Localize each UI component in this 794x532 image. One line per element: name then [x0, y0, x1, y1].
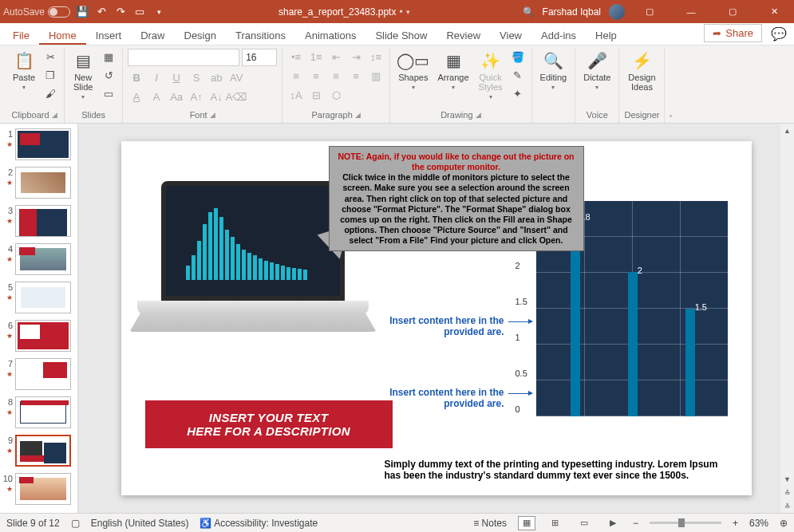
shape-fill-button[interactable]: 🪣 [509, 49, 527, 65]
columns-button[interactable]: ▥ [367, 68, 385, 84]
highlight-button[interactable]: A [148, 89, 165, 104]
cut-button[interactable]: ✂ [41, 49, 59, 65]
tab-home[interactable]: Home [39, 26, 86, 45]
minimize-button[interactable]: — [674, 0, 708, 23]
slide-sorter-view-button[interactable]: ⊞ [547, 516, 564, 530]
clear-formatting-button[interactable]: A⌫ [227, 89, 245, 104]
quick-styles-button[interactable]: ✨Quick Styles▾ [476, 49, 506, 102]
tab-slideshow[interactable]: Slide Show [365, 26, 437, 45]
reading-view-button[interactable]: ▭ [575, 516, 593, 530]
tab-design[interactable]: Design [175, 26, 226, 45]
thumbnail-3[interactable]: 3★ [2, 205, 76, 237]
comments-button[interactable]: 💬 [767, 25, 791, 42]
note-callout[interactable]: NOTE: Again, if you would like to change… [329, 146, 584, 251]
thumbnail-5[interactable]: 5★ [2, 282, 76, 313]
copy-button[interactable]: ❐ [41, 67, 59, 83]
thumbnail-4[interactable]: 4★ [2, 243, 76, 275]
fit-to-window-button[interactable]: ⊕ [780, 518, 788, 529]
char-spacing-button[interactable]: AV [227, 69, 245, 85]
thumb-preview[interactable] [15, 282, 71, 313]
new-slide-button[interactable]: ▤ New Slide ▾ [69, 49, 97, 102]
bottom-description[interactable]: Simply dummy text of the printing and ty… [385, 459, 728, 481]
ribbon-display-options-icon[interactable]: ▢ [633, 0, 666, 23]
tab-view[interactable]: View [490, 26, 531, 45]
dictate-button[interactable]: 🎤Dictate▾ [580, 49, 614, 93]
tab-draw[interactable]: Draw [131, 26, 174, 45]
justify-button[interactable]: ≡ [347, 68, 365, 84]
insert-content-2[interactable]: Insert content here in the provided are. [389, 387, 504, 409]
align-text-button[interactable]: ⊟ [307, 87, 325, 103]
zoom-out-button[interactable]: − [633, 518, 638, 529]
arrange-button[interactable]: ▦Arrange▾ [434, 49, 472, 93]
undo-icon[interactable]: ↶ [94, 5, 109, 19]
align-left-button[interactable]: ≡ [287, 68, 305, 84]
thumbnail-7[interactable]: 7★ [2, 358, 76, 390]
slide-canvas[interactable]: NOTE: Again, if you would like to change… [121, 141, 752, 495]
font-color-button[interactable]: A [128, 89, 145, 104]
close-button[interactable]: ✕ [757, 0, 791, 23]
slide-thumbnails-panel[interactable]: 1★2★3★4★5★6★7★8★9★10★ [0, 124, 78, 513]
next-slide-icon[interactable]: ≚ [780, 499, 794, 513]
increase-indent-button[interactable]: ⇥ [347, 49, 365, 65]
shape-effects-button[interactable]: ✦ [509, 85, 527, 101]
change-case-button[interactable]: Aa [168, 89, 185, 104]
dialog-launcher-icon[interactable]: ◢ [52, 111, 57, 119]
paste-button[interactable]: 📋 Paste ▾ [10, 49, 38, 93]
tab-transitions[interactable]: Transitions [226, 26, 295, 45]
underline-button[interactable]: U [168, 69, 185, 85]
reset-button[interactable]: ↺ [100, 67, 117, 83]
redo-icon[interactable]: ↷ [113, 5, 128, 19]
thumbnail-6[interactable]: 6★ [2, 320, 76, 352]
spell-check-icon[interactable]: ▢ [71, 518, 80, 529]
zoom-slider[interactable] [650, 522, 721, 524]
language-status[interactable]: English (United States) [91, 518, 189, 529]
thumb-preview[interactable] [15, 243, 71, 275]
thumb-preview[interactable] [15, 358, 71, 390]
vertical-scrollbar[interactable]: ▲ ▼ ≙ ≚ [780, 124, 794, 513]
editing-button[interactable]: 🔍Editing▾ [537, 49, 571, 93]
red-banner[interactable]: INSERT YOUR TEXT HERE FOR A DESCRIPTION [145, 400, 393, 448]
notes-button[interactable]: ≡ Notes [473, 518, 507, 529]
layout-button[interactable]: ▦ [100, 49, 117, 65]
dialog-launcher-icon[interactable]: ◢ [355, 111, 361, 119]
section-button[interactable]: ▭ [100, 85, 117, 101]
thumb-preview[interactable] [15, 128, 71, 160]
thumbnail-9[interactable]: 9★ [2, 435, 76, 467]
numbering-button[interactable]: 1≡ [307, 49, 325, 65]
maximize-button[interactable]: ▢ [716, 0, 749, 23]
dialog-launcher-icon[interactable]: ◢ [476, 111, 481, 119]
shrink-font-button[interactable]: A↓ [207, 89, 225, 104]
search-icon[interactable]: 🔍 [523, 6, 535, 18]
thumbnail-2[interactable]: 2★ [2, 167, 76, 199]
tab-help[interactable]: Help [586, 26, 626, 45]
shape-outline-button[interactable]: ✎ [509, 67, 527, 83]
prev-slide-icon[interactable]: ≙ [780, 486, 794, 499]
normal-view-button[interactable]: ▦ [518, 516, 535, 530]
autosave-toggle[interactable]: AutoSave [3, 6, 70, 18]
thumbnail-10[interactable]: 10★ [2, 473, 76, 505]
line-spacing-button[interactable]: ↕≡ [367, 49, 385, 65]
strikethrough-button[interactable]: S [188, 69, 205, 85]
scroll-down-icon[interactable]: ▼ [780, 472, 794, 486]
format-painter-button[interactable]: 🖌 [41, 85, 59, 101]
italic-button[interactable]: I [148, 69, 165, 85]
shadow-button[interactable]: ab [207, 69, 225, 85]
zoom-level[interactable]: 63% [749, 518, 768, 529]
dialog-launcher-icon[interactable]: ◢ [210, 111, 215, 119]
slide-counter[interactable]: Slide 9 of 12 [6, 518, 60, 529]
zoom-in-button[interactable]: + [733, 518, 738, 529]
save-icon[interactable]: 💾 [75, 5, 89, 19]
tab-addins[interactable]: Add-ins [531, 26, 586, 45]
align-center-button[interactable]: ≡ [307, 68, 325, 84]
shapes-button[interactable]: ◯▭Shapes▾ [395, 49, 431, 93]
tab-review[interactable]: Review [437, 26, 490, 45]
tab-insert[interactable]: Insert [86, 26, 132, 45]
font-size-combo[interactable]: 16 [242, 49, 277, 66]
grow-font-button[interactable]: A↑ [188, 89, 205, 104]
smartart-button[interactable]: ⬡ [327, 87, 345, 103]
tab-file[interactable]: File [3, 26, 39, 45]
slideshow-view-button[interactable]: ▶ [604, 516, 622, 530]
accessibility-status[interactable]: ♿ Accessibility: Investigate [199, 518, 318, 529]
thumbnail-1[interactable]: 1★ [2, 128, 76, 160]
tab-animations[interactable]: Animations [295, 26, 365, 45]
